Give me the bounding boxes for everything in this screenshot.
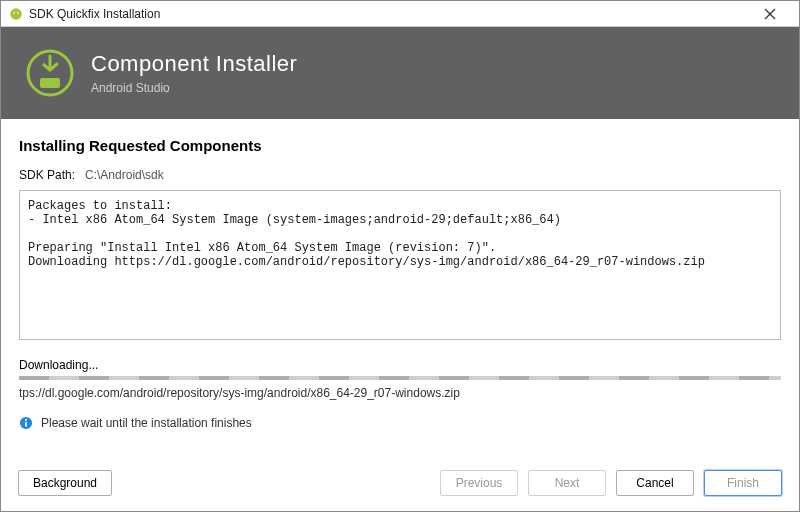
detail-text: tps://dl.google.com/android/repository/s… xyxy=(19,386,781,400)
install-log[interactable]: Packages to install: - Intel x86 Atom_64… xyxy=(19,190,781,340)
previous-button: Previous xyxy=(440,470,518,496)
section-title: Installing Requested Components xyxy=(19,137,781,154)
close-button[interactable] xyxy=(753,1,793,27)
android-logo-icon xyxy=(9,7,23,21)
svg-rect-6 xyxy=(40,78,60,88)
progress-bar xyxy=(19,376,781,380)
titlebar: SDK Quickfix Installation xyxy=(1,1,799,27)
button-row: Background Previous Next Cancel Finish xyxy=(0,458,800,512)
next-button: Next xyxy=(528,470,606,496)
banner-sub: Android Studio xyxy=(91,81,297,95)
close-icon xyxy=(764,8,776,20)
banner-heading: Component Installer xyxy=(91,51,297,77)
banner: Component Installer Android Studio xyxy=(1,27,799,119)
svg-point-2 xyxy=(17,11,19,13)
sdk-path-label: SDK Path: xyxy=(19,168,75,182)
svg-rect-8 xyxy=(25,422,27,426)
finish-button: Finish xyxy=(704,470,782,496)
sdk-path-value: C:\Android\sdk xyxy=(85,168,164,182)
window-title: SDK Quickfix Installation xyxy=(29,7,753,21)
svg-point-1 xyxy=(13,11,15,13)
svg-point-0 xyxy=(10,8,22,20)
sdk-path-row: SDK Path: C:\Android\sdk xyxy=(19,168,781,182)
cancel-button[interactable]: Cancel xyxy=(616,470,694,496)
wait-message: Please wait until the installation finis… xyxy=(41,416,252,430)
svg-point-9 xyxy=(25,419,27,421)
installer-icon xyxy=(25,48,75,98)
info-icon xyxy=(19,416,33,430)
status-text: Downloading... xyxy=(19,358,781,372)
background-button[interactable]: Background xyxy=(18,470,112,496)
wait-message-row: Please wait until the installation finis… xyxy=(19,416,781,430)
